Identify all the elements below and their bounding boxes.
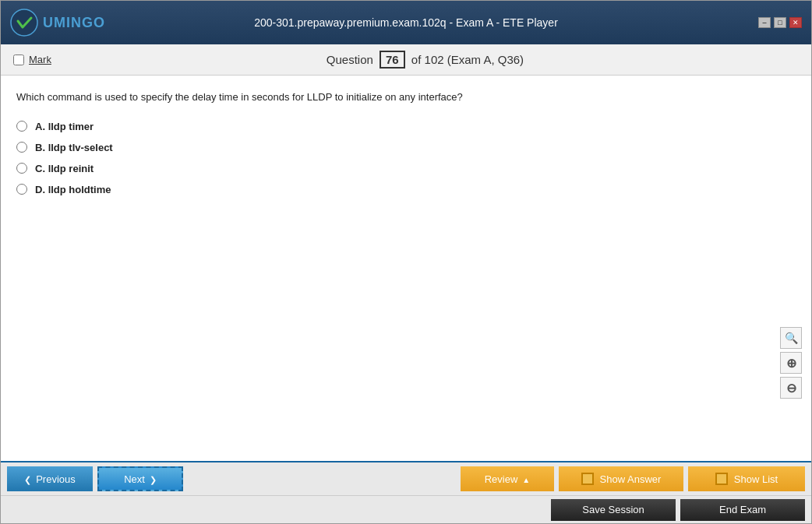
logo-area: UMINGO	[10, 9, 105, 37]
zoom-in-icon: ⊕	[786, 356, 796, 371]
chevron-right-icon	[150, 473, 157, 485]
option-a: A. lldp timer	[16, 121, 796, 132]
minimize-button[interactable]: –	[758, 17, 771, 28]
search-button[interactable]: 🔍	[780, 327, 802, 349]
option-b-radio[interactable]	[16, 142, 27, 153]
show-list-checkbox-icon	[715, 473, 728, 485]
options-list: A. lldp timer B. lldp tlv-select C. lldp…	[16, 121, 796, 195]
question-text: Which command is used to specify the del…	[16, 90, 796, 105]
option-a-radio[interactable]	[16, 121, 27, 132]
show-answer-checkbox-icon	[581, 473, 594, 485]
close-button[interactable]: ✕	[789, 17, 802, 28]
search-icon: 🔍	[785, 332, 798, 344]
side-toolbar: 🔍 ⊕ ⊖	[780, 327, 802, 399]
show-list-button[interactable]: Show List	[688, 466, 805, 491]
review-button[interactable]: Review	[461, 466, 554, 491]
option-c: C. lldp reinit	[16, 163, 796, 174]
option-d-label[interactable]: D. lldp holdtime	[35, 184, 111, 195]
question-nav: Question 76 of 102 (Exam A, Q36)	[51, 51, 799, 69]
option-b-label[interactable]: B. lldp tlv-select	[35, 142, 113, 153]
option-c-label[interactable]: C. lldp reinit	[35, 163, 94, 174]
vumingo-logo-icon	[10, 9, 38, 37]
option-c-radio[interactable]	[16, 163, 27, 174]
zoom-out-button[interactable]: ⊖	[780, 377, 802, 399]
mark-label[interactable]: Mark	[29, 54, 51, 65]
question-label: Question	[327, 53, 373, 66]
option-b: B. lldp tlv-select	[16, 142, 796, 153]
window-title: 200-301.prepaway.premium.exam.102q - Exa…	[254, 16, 558, 29]
main-window: UMINGO 200-301.prepaway.premium.exam.102…	[0, 0, 812, 524]
bottom-toolbar: Previous Next Review Show Answer Show Li…	[1, 461, 811, 495]
mark-checkbox[interactable]	[13, 55, 24, 65]
end-exam-button[interactable]: End Exam	[680, 499, 805, 521]
logo-text: UMINGO	[43, 15, 105, 31]
show-answer-button[interactable]: Show Answer	[559, 466, 683, 491]
bottom-row2: Save Session End Exam	[1, 495, 811, 523]
question-header: Mark Question 76 of 102 (Exam A, Q36)	[1, 44, 811, 76]
previous-button[interactable]: Previous	[7, 466, 93, 491]
option-a-label[interactable]: A. lldp timer	[35, 121, 94, 132]
title-bar: UMINGO 200-301.prepaway.premium.exam.102…	[1, 1, 811, 44]
chevron-up-icon	[522, 473, 530, 485]
content-area: Which command is used to specify the del…	[1, 76, 811, 461]
svg-point-0	[11, 9, 37, 36]
option-d: D. lldp holdtime	[16, 184, 796, 195]
zoom-in-button[interactable]: ⊕	[780, 352, 802, 374]
zoom-out-icon: ⊖	[786, 381, 796, 396]
save-session-button[interactable]: Save Session	[551, 499, 676, 521]
question-of-text: of 102 (Exam A, Q36)	[411, 53, 524, 66]
window-controls: – □ ✕	[758, 17, 802, 28]
question-number-badge: 76	[380, 51, 405, 69]
chevron-left-icon	[24, 473, 31, 485]
option-d-radio[interactable]	[16, 184, 27, 195]
mark-area: Mark	[13, 54, 51, 65]
maximize-button[interactable]: □	[774, 17, 786, 28]
next-button[interactable]: Next	[97, 466, 183, 491]
